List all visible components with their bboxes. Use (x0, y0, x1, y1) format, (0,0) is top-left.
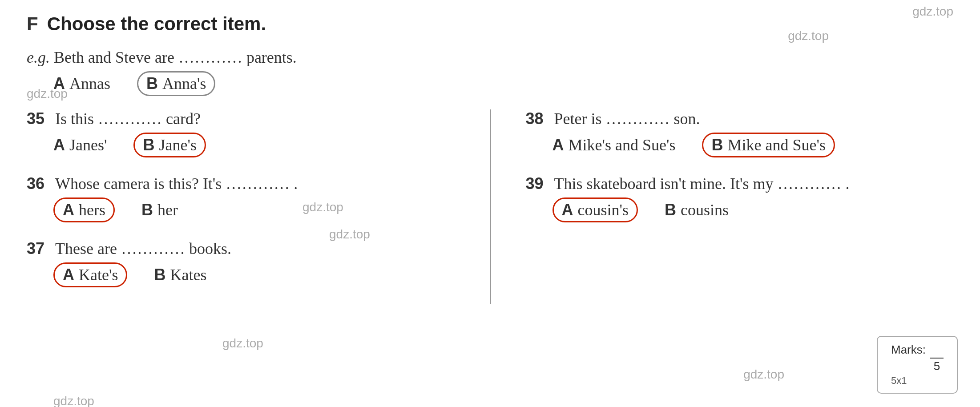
q35-a-letter: A (53, 136, 65, 154)
q35-text: 35 Is this ………… card? (27, 109, 464, 128)
q38-a-text: Mike's and Sue's (569, 136, 676, 154)
q36-text: 36 Whose camera is this? It's ………… . (27, 174, 464, 193)
q36-option-a: A hers (53, 197, 115, 222)
left-column: 35 Is this ………… card? A Janes' B Jane's … (27, 109, 490, 304)
question-35: 35 Is this ………… card? A Janes' B Jane's … (27, 109, 464, 157)
watermark-8: gdz.top (743, 367, 784, 382)
q38-b-letter: B (711, 136, 723, 154)
q35-sentence: Is this ………… card? (55, 109, 201, 128)
watermark-5: gdz.top (302, 200, 343, 214)
example-row: e.g. Beth and Steve are ………… parents. A … (27, 48, 953, 96)
question-37: 37 These are ………… books. A Kate's B Kate… (27, 239, 464, 287)
marks-fraction: 5 (930, 343, 944, 373)
q36-b-text: her (157, 201, 178, 219)
q37-text: 37 These are ………… books. (27, 239, 464, 258)
q35-b-letter: B (143, 136, 154, 154)
q35-option-b: B Jane's (133, 133, 206, 157)
q38-option-a: A Mike's and Sue's (553, 136, 676, 154)
q35-b-text: Jane's (159, 136, 196, 154)
question-39: 39 This skateboard isn't mine. It's my …… (526, 174, 954, 222)
q38-sentence: Peter is ………… son. (554, 109, 700, 128)
q36-sentence: Whose camera is this? It's ………… . (55, 174, 298, 193)
q38-option-b: B Mike and Sue's (702, 133, 835, 157)
q38-b-text: Mike and Sue's (727, 136, 825, 154)
q36-a-letter: A (63, 201, 74, 219)
q36-b-letter: B (141, 201, 153, 219)
watermark-1: gdz.top (912, 4, 953, 19)
watermark-3: gdz.top (27, 87, 68, 101)
marks-content: Marks: 5 (891, 343, 944, 373)
watermark-7: gdz.top (53, 394, 94, 407)
option-b-letter: B (146, 74, 158, 93)
example-text: e.g. Beth and Steve are ………… parents. (27, 48, 953, 67)
column-divider (490, 109, 491, 304)
eg-label: e.g. (27, 48, 50, 66)
q39-number: 39 (526, 174, 547, 193)
q35-options: A Janes' B Jane's (53, 133, 464, 157)
q39-a-text: cousin's (578, 201, 629, 219)
marks-box: Marks: 5 5x1 (877, 336, 958, 394)
q37-option-b: B Kates (154, 266, 206, 284)
question-36: 36 Whose camera is this? It's ………… . A h… (27, 174, 464, 222)
section-letter: F (27, 13, 38, 35)
watermark-6: gdz.top (222, 336, 263, 351)
q39-a-letter: A (562, 201, 573, 219)
right-column: 38 Peter is ………… son. A Mike's and Sue's… (490, 109, 954, 304)
watermark-4: gdz.top (329, 227, 370, 242)
q39-b-letter: B (665, 201, 676, 219)
main-content: 35 Is this ………… card? A Janes' B Jane's … (27, 109, 953, 304)
page: gdz.top gdz.top F Choose the correct ite… (0, 0, 980, 407)
q39-option-b: B cousins (665, 201, 729, 219)
q37-a-text: Kate's (79, 266, 118, 284)
option-a-text: Annas (69, 74, 110, 93)
q37-options: A Kate's B Kates (53, 262, 464, 287)
watermark-2: gdz.top (788, 29, 829, 43)
q36-a-text: hers (79, 201, 105, 219)
q36-options: A hers B her (53, 197, 464, 222)
example-options: A Annas B Anna's (53, 71, 953, 96)
question-38: 38 Peter is ………… son. A Mike's and Sue's… (526, 109, 954, 157)
marks-multiplier: 5x1 (891, 375, 944, 387)
q37-number: 37 (27, 239, 48, 258)
q39-text: 39 This skateboard isn't mine. It's my …… (526, 174, 954, 193)
q35-number: 35 (27, 109, 48, 128)
q39-option-a: A cousin's (553, 197, 638, 222)
marks-numerator (930, 343, 944, 359)
q39-b-text: cousins (681, 201, 729, 219)
example-option-b: B Anna's (137, 71, 215, 96)
q38-number: 38 (526, 109, 547, 128)
marks-denominator: 5 (934, 359, 940, 373)
q37-sentence: These are ………… books. (55, 239, 231, 258)
q38-text: 38 Peter is ………… son. (526, 109, 954, 128)
example-sentence: Beth and Steve are ………… parents. (54, 48, 297, 66)
q38-options: A Mike's and Sue's B Mike and Sue's (553, 133, 954, 157)
q36-number: 36 (27, 174, 48, 193)
q35-a-text: Janes' (69, 136, 107, 154)
q37-b-letter: B (154, 266, 165, 284)
option-b-text: Anna's (162, 74, 206, 93)
q39-sentence: This skateboard isn't mine. It's my …………… (554, 174, 850, 193)
q37-a-letter: A (63, 266, 74, 284)
q36-option-b: B her (141, 201, 178, 219)
q37-option-a: A Kate's (53, 262, 127, 287)
q35-option-a: A Janes' (53, 136, 107, 154)
q37-b-text: Kates (170, 266, 206, 284)
q38-a-letter: A (553, 136, 564, 154)
section-title: Choose the correct item. (47, 13, 266, 35)
q39-options: A cousin's B cousins (553, 197, 954, 222)
marks-label: Marks: (891, 343, 926, 357)
